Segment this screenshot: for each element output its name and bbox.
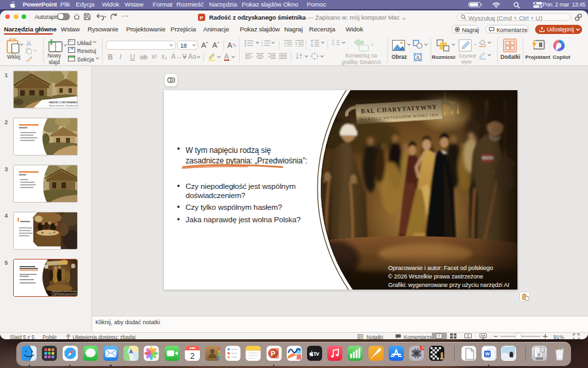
svg-text:Stefan Żeromski „Przedwiośnie”: Stefan Żeromski „Przedwiośnie” [49,105,78,107]
svg-text:P: P [438,334,440,338]
svg-text:tv: tv [314,350,319,357]
svg-text:A: A [416,54,420,60]
svg-text:2: 2 [190,352,195,361]
svg-text:Grafiki: wygenerowane przy uży: Grafiki: wygenerowane przy użyciu AI [52,295,78,297]
svg-text:MAR: MAR [189,346,196,350]
svg-text:W: W [485,351,490,357]
svg-text:P: P [270,350,275,358]
svg-text:3: 3 [261,44,263,46]
svg-text:P: P [200,14,204,20]
svg-text:Opracowanie i autor: Facet od: Opracowanie i autor: Facet od polskiego [52,290,78,293]
svg-text:RADOŚĆ Z ODZYSKANEGO ŚMIE: RADOŚĆ Z ODZYSKANEGO ŚMIE [49,101,78,104]
svg-text:© 2026 Wszelkie prawa zastrzeż: © 2026 Wszelkie prawa zastrzeżone [52,292,78,295]
